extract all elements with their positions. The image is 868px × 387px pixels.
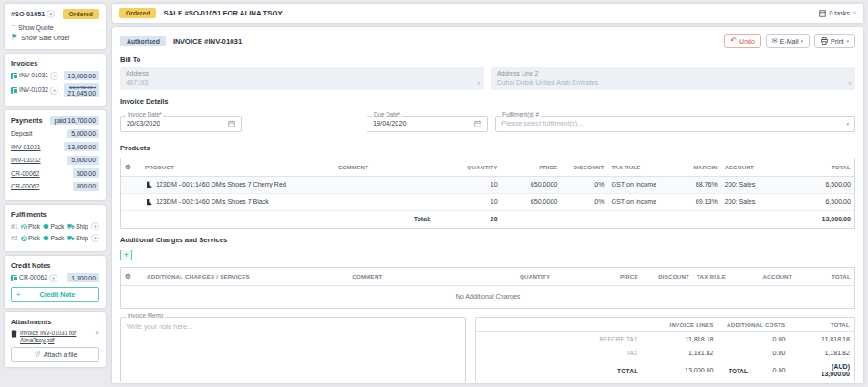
sale-order-number[interactable]: #SO-01051 ▾ bbox=[11, 10, 55, 18]
tax-additional: 0.00 bbox=[752, 346, 790, 360]
invoice-toolbar: Authorised INVOICE #INV-01031 ↶ Undo ✉ E… bbox=[120, 34, 855, 48]
address-field[interactable]: Address 487193 ▾ bbox=[120, 67, 484, 90]
col-price: PRICE bbox=[553, 268, 641, 286]
payment-row: INV-01031 13,000.00 bbox=[11, 142, 99, 151]
due-date-field[interactable]: Due Date* 19/04/2020 bbox=[367, 116, 488, 132]
calendar-icon[interactable] bbox=[474, 120, 481, 127]
paid-total-badge: paid 16,700.00 bbox=[50, 116, 99, 125]
gear-icon[interactable]: ⚙ bbox=[125, 163, 131, 171]
product-row[interactable]: 123DM - 001:1460 DM's Shoes 7 Cherry Red… bbox=[121, 176, 854, 193]
sale-order-card: #SO-01051 ▾ Ordered ” Show Quote ⚑ Show … bbox=[5, 4, 106, 49]
sale-title: SALE #SO-01051 FOR ALINA TSOY bbox=[163, 9, 282, 17]
attach-file-button[interactable]: Attach a file bbox=[11, 347, 99, 362]
payment-link[interactable]: INV-01032 bbox=[11, 157, 41, 163]
credit-note-item[interactable]: CR-00062 ▾ 1,300.00 bbox=[11, 273, 99, 282]
products-total-amount: 13,000.00 bbox=[784, 210, 854, 228]
credit-note-icon bbox=[11, 275, 17, 281]
no-additional-charges-text: No Additional Charges bbox=[121, 285, 854, 308]
col-account: ACCOUNT bbox=[721, 158, 784, 177]
chevron-down-icon[interactable]: ▾ bbox=[49, 274, 57, 282]
invoice-status-badge: Authorised bbox=[120, 36, 166, 46]
pick-step[interactable]: Pick bbox=[21, 223, 40, 229]
product-discount: 0% bbox=[561, 176, 607, 193]
invoice-list-item[interactable]: INV-01031 ▾ 13,000.00 bbox=[11, 71, 99, 80]
chevron-down-icon[interactable]: ▾ bbox=[46, 10, 55, 18]
col-additional-costs: ADDITIONAL COSTS bbox=[718, 318, 790, 332]
col-account: ACCOUNT bbox=[759, 268, 795, 286]
chevron-down-icon[interactable]: ▾ bbox=[50, 87, 58, 95]
grand-total-invoice-lines: 13,000.00 bbox=[642, 360, 718, 382]
product-name: 123DM - 001:1460 DM's Shoes 7 Cherry Red bbox=[156, 181, 286, 188]
chevron-down-icon[interactable]: ▾ bbox=[91, 234, 99, 242]
fulfilment-select[interactable]: Fulfilment(s) # Please select fulfilment… bbox=[495, 116, 855, 132]
pack-label: Pack bbox=[50, 235, 64, 241]
invoice-memo-input[interactable] bbox=[121, 318, 465, 382]
envelope-icon: ✉ bbox=[772, 37, 778, 45]
grand-total-value: 13,000.00 bbox=[794, 371, 850, 379]
payment-link[interactable]: CR-00062 bbox=[11, 170, 39, 177]
before-tax-label: BEFORE TAX bbox=[476, 332, 643, 347]
add-credit-note-button[interactable]: + Credit Note bbox=[11, 287, 99, 302]
attachment-row: Invoice INV-01031 for AlinaTsoy.pdf × bbox=[11, 330, 99, 343]
add-additional-charge-button[interactable]: + bbox=[120, 250, 132, 260]
invoice-amount-chip: 13,000.00 bbox=[64, 71, 99, 80]
before-tax-additional: 0.00 bbox=[752, 332, 790, 347]
printer-icon bbox=[821, 37, 828, 45]
chevron-up-icon[interactable]: ^ bbox=[853, 10, 856, 16]
products-title: Products bbox=[120, 144, 855, 152]
payment-link[interactable]: CR-00062 bbox=[11, 183, 39, 189]
product-margin: 68.76% bbox=[681, 176, 721, 193]
address-line2-field[interactable]: Address Line 2 Dubai Dubai United Arab E… bbox=[491, 67, 855, 90]
close-icon[interactable]: × bbox=[95, 330, 99, 337]
calendar-icon[interactable] bbox=[228, 120, 235, 127]
product-row[interactable]: 123DM - 002:1460 DM's Shoes 7 Black 10 6… bbox=[121, 193, 854, 210]
col-tax-rule: TAX RULE bbox=[693, 268, 759, 286]
pack-step[interactable]: Pack bbox=[43, 223, 65, 229]
payment-row: CR-00062 800.00 bbox=[11, 182, 99, 191]
chevron-down-icon[interactable]: ▾ bbox=[91, 222, 99, 230]
pack-step[interactable]: Pack bbox=[43, 235, 65, 241]
invoice-title: INVOICE #INV-01031 bbox=[173, 37, 242, 46]
print-button[interactable]: Print ▾ bbox=[814, 34, 855, 48]
ship-step[interactable]: Ship bbox=[67, 223, 88, 229]
payment-link[interactable]: Deposit bbox=[11, 130, 32, 137]
show-sale-order-link[interactable]: ⚑ Show Sale Order bbox=[11, 34, 99, 41]
attachment-file-link[interactable]: Invoice INV-01031 for AlinaTsoy.pdf bbox=[20, 330, 92, 343]
grand-total-amount: (AUD) 13,000.00 bbox=[790, 360, 854, 382]
payment-row: Deposit 5,000.00 bbox=[11, 129, 99, 138]
payment-link[interactable]: INV-01031 bbox=[11, 144, 41, 150]
undo-button[interactable]: ↶ Undo bbox=[724, 34, 760, 48]
email-button[interactable]: ✉ E-Mail ▾ bbox=[766, 34, 810, 48]
ship-step[interactable]: Ship bbox=[67, 235, 88, 241]
before-tax-invoice-lines: 11,818.18 bbox=[642, 332, 718, 347]
product-comment bbox=[335, 193, 435, 210]
pick-step[interactable]: Pick bbox=[21, 235, 40, 241]
col-total: TOTAL bbox=[796, 268, 854, 286]
file-icon bbox=[11, 330, 17, 338]
invoice-date-field[interactable]: Invoice Date* 20/03/2020 bbox=[120, 116, 242, 132]
ship-icon bbox=[67, 223, 75, 229]
invoice-list-item[interactable]: INV-01032 ▾ 16,045.00 / 21,045.00 bbox=[11, 83, 99, 97]
ship-label: Ship bbox=[76, 235, 88, 241]
fulfilment-select-label: Fulfilment(s) # bbox=[501, 112, 541, 117]
show-quote-link[interactable]: ” Show Quote bbox=[11, 24, 99, 31]
tasks-toggle[interactable]: 0 tasks ^ bbox=[819, 10, 856, 17]
col-quantity: QUANTITY bbox=[435, 158, 501, 177]
payment-amount-chip: 5,000.00 bbox=[67, 129, 99, 138]
product-discount: 0% bbox=[561, 193, 607, 210]
gear-icon[interactable]: ⚙ bbox=[125, 272, 131, 280]
invoice-panel: Authorised INVOICE #INV-01031 ↶ Undo ✉ E… bbox=[112, 27, 863, 383]
tax-row: TAX 1,181.82 0.00 1,181.82 bbox=[476, 346, 854, 360]
chevron-down-icon[interactable]: ▾ bbox=[50, 72, 58, 80]
show-quote-label: Show Quote bbox=[18, 25, 54, 31]
fulfilments-title: Fulfilments bbox=[11, 210, 99, 219]
products-table: ⚙ PRODUCT COMMENT QUANTITY PRICE DISCOUN… bbox=[120, 158, 855, 229]
payment-amount-chip: 500.00 bbox=[73, 168, 99, 178]
additional-charges-title: Additional Charges and Services bbox=[120, 236, 855, 244]
attachments-card: Attachments Invoice INV-01031 for AlinaT… bbox=[5, 312, 106, 367]
invoice-amount-chip: 16,045.00 / 21,045.00 bbox=[64, 83, 99, 97]
col-comment: COMMENT bbox=[348, 268, 466, 286]
before-tax-total: 11,818.18 bbox=[790, 332, 854, 347]
product-account: 200: Sales bbox=[721, 193, 784, 210]
pick-icon bbox=[21, 223, 27, 229]
